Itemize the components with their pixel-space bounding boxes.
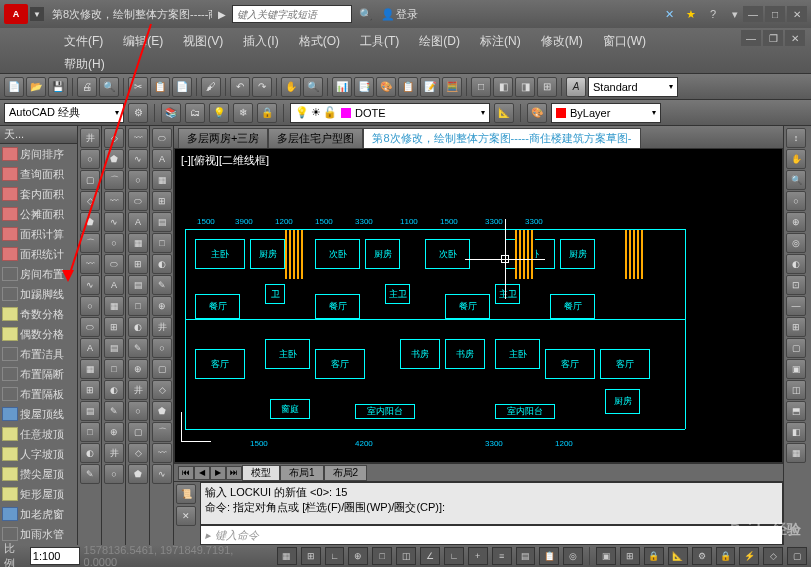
paste-button[interactable]: 📄 bbox=[172, 77, 192, 97]
tool-button[interactable]: ▤ bbox=[128, 275, 148, 295]
menu-M[interactable]: 修改(M) bbox=[531, 30, 593, 53]
right-tool-button[interactable]: — bbox=[786, 296, 806, 316]
panel-item[interactable]: 房间布置 bbox=[0, 264, 77, 284]
right-tool-button[interactable]: ◎ bbox=[786, 233, 806, 253]
panel-item[interactable]: 任意坡顶 bbox=[0, 424, 77, 444]
search-icon[interactable]: 🔍 bbox=[358, 6, 374, 22]
tool-button[interactable]: ⬭ bbox=[104, 254, 124, 274]
menu-T[interactable]: 工具(T) bbox=[350, 30, 409, 53]
menu-V[interactable]: 视图(V) bbox=[173, 30, 233, 53]
match-button[interactable]: 🖌 bbox=[201, 77, 221, 97]
tool-button[interactable]: ▤ bbox=[80, 401, 100, 421]
mdi-close-button[interactable]: ✕ bbox=[785, 30, 805, 46]
tb-misc3[interactable]: ◨ bbox=[515, 77, 535, 97]
tool-button[interactable]: 井 bbox=[104, 443, 124, 463]
favorite-icon[interactable]: ★ bbox=[683, 6, 699, 22]
tb-misc2[interactable]: ◧ bbox=[493, 77, 513, 97]
tool-button[interactable]: ▢ bbox=[128, 422, 148, 442]
right-tool-button[interactable]: ▢ bbox=[786, 338, 806, 358]
tool-button[interactable]: A bbox=[152, 149, 172, 169]
panel-item[interactable]: 加老虎窗 bbox=[0, 504, 77, 524]
layout-first-button[interactable]: ⏮ bbox=[178, 466, 194, 480]
copy-button[interactable]: 📋 bbox=[150, 77, 170, 97]
preview-button[interactable]: 🔍 bbox=[99, 77, 119, 97]
tool-button[interactable]: ◐ bbox=[104, 380, 124, 400]
workspace-settings-button[interactable]: ⚙ bbox=[128, 103, 148, 123]
tool-button[interactable]: 〰 bbox=[80, 254, 100, 274]
polar-button[interactable]: ⊕ bbox=[348, 547, 368, 565]
right-tool-button[interactable]: ◫ bbox=[786, 380, 806, 400]
menu-F[interactable]: 文件(F) bbox=[54, 30, 113, 53]
style-combo[interactable]: Standard▾ bbox=[588, 77, 678, 97]
tool-button[interactable]: ▢ bbox=[152, 359, 172, 379]
panel-item[interactable]: 矩形屋顶 bbox=[0, 484, 77, 504]
layout-tab[interactable]: 布局1 bbox=[280, 465, 324, 481]
layout-next-button[interactable]: ▶ bbox=[210, 466, 226, 480]
layout-prev-button[interactable]: ◀ bbox=[194, 466, 210, 480]
grid-button[interactable]: ⊞ bbox=[301, 547, 321, 565]
tool-button[interactable]: ▢ bbox=[80, 170, 100, 190]
cmd-recent-button[interactable]: 📜 bbox=[176, 484, 196, 504]
search-input[interactable] bbox=[232, 5, 352, 23]
color-button[interactable]: 🎨 bbox=[527, 103, 547, 123]
panel-item[interactable]: 布置隔断 bbox=[0, 364, 77, 384]
tool-button[interactable]: ◐ bbox=[152, 254, 172, 274]
layer-state-button[interactable]: 🗂 bbox=[185, 103, 205, 123]
tool-button[interactable]: ⌒ bbox=[152, 422, 172, 442]
tool-button[interactable]: 〰 bbox=[152, 443, 172, 463]
tool-button[interactable]: 井 bbox=[80, 128, 100, 148]
tool-button[interactable]: ✎ bbox=[128, 338, 148, 358]
pan-button[interactable]: ✋ bbox=[281, 77, 301, 97]
panel-item[interactable]: 搜屋顶线 bbox=[0, 404, 77, 424]
layout-tab[interactable]: 布局2 bbox=[324, 465, 368, 481]
tool-button[interactable]: ∿ bbox=[128, 149, 148, 169]
tool-button[interactable]: ⌒ bbox=[80, 233, 100, 253]
tool-button[interactable]: ⊕ bbox=[152, 296, 172, 316]
layer-freeze-button[interactable]: ❄ bbox=[233, 103, 253, 123]
calc-button[interactable]: 🧮 bbox=[442, 77, 462, 97]
help-dropdown-icon[interactable]: ▾ bbox=[727, 6, 743, 22]
design-center-button[interactable]: 📑 bbox=[354, 77, 374, 97]
tool-button[interactable]: ⊞ bbox=[80, 380, 100, 400]
right-tool-button[interactable]: ◧ bbox=[786, 422, 806, 442]
panel-item[interactable]: 攒尖屋顶 bbox=[0, 464, 77, 484]
sc-button[interactable]: ◎ bbox=[563, 547, 583, 565]
panel-item[interactable]: 房间排序 bbox=[0, 144, 77, 164]
layout-tab[interactable]: 模型 bbox=[242, 465, 280, 481]
tool-button[interactable]: ◐ bbox=[80, 443, 100, 463]
tool-button[interactable]: 〰 bbox=[128, 128, 148, 148]
hw-accel-button[interactable]: ⚡ bbox=[739, 547, 759, 565]
3dosnap-button[interactable]: ◫ bbox=[396, 547, 416, 565]
tool-button[interactable]: ✎ bbox=[152, 275, 172, 295]
menu-O[interactable]: 格式(O) bbox=[289, 30, 350, 53]
right-tool-button[interactable]: ▣ bbox=[786, 359, 806, 379]
right-tool-button[interactable]: ○ bbox=[786, 191, 806, 211]
panel-item[interactable]: 偶数分格 bbox=[0, 324, 77, 344]
menu-N[interactable]: 标注(N) bbox=[470, 30, 531, 53]
panel-item[interactable]: 面积统计 bbox=[0, 244, 77, 264]
tool-button[interactable]: ∿ bbox=[80, 275, 100, 295]
tool-button[interactable]: 〰 bbox=[104, 191, 124, 211]
layer-lock-button[interactable]: 🔒 bbox=[257, 103, 277, 123]
right-tool-button[interactable]: ⬒ bbox=[786, 401, 806, 421]
tool-button[interactable]: ▦ bbox=[104, 296, 124, 316]
maximize-button[interactable]: □ bbox=[765, 6, 785, 22]
tool-button[interactable]: ▦ bbox=[128, 233, 148, 253]
tool-button[interactable]: □ bbox=[152, 233, 172, 253]
ann-scale-button[interactable]: 🔒 bbox=[644, 547, 664, 565]
ann-vis-button[interactable]: 📐 bbox=[668, 547, 688, 565]
right-tool-button[interactable]: ⊕ bbox=[786, 212, 806, 232]
snap-button[interactable]: ▦ bbox=[277, 547, 297, 565]
toolbar-lock-button[interactable]: 🔒 bbox=[716, 547, 736, 565]
tool-button[interactable]: ⌒ bbox=[104, 170, 124, 190]
tool-button[interactable]: ○ bbox=[80, 149, 100, 169]
undo-button[interactable]: ↶ bbox=[230, 77, 250, 97]
panel-item[interactable]: 面积计算 bbox=[0, 224, 77, 244]
tool-button[interactable]: □ bbox=[80, 422, 100, 442]
scale-combo[interactable]: 1:100 bbox=[30, 547, 80, 565]
tool-button[interactable]: ∿ bbox=[104, 212, 124, 232]
tool-button[interactable]: ✎ bbox=[80, 464, 100, 484]
mdi-restore-button[interactable]: ❐ bbox=[763, 30, 783, 46]
tool-button[interactable]: ◇ bbox=[152, 380, 172, 400]
tpy-button[interactable]: ▤ bbox=[516, 547, 536, 565]
